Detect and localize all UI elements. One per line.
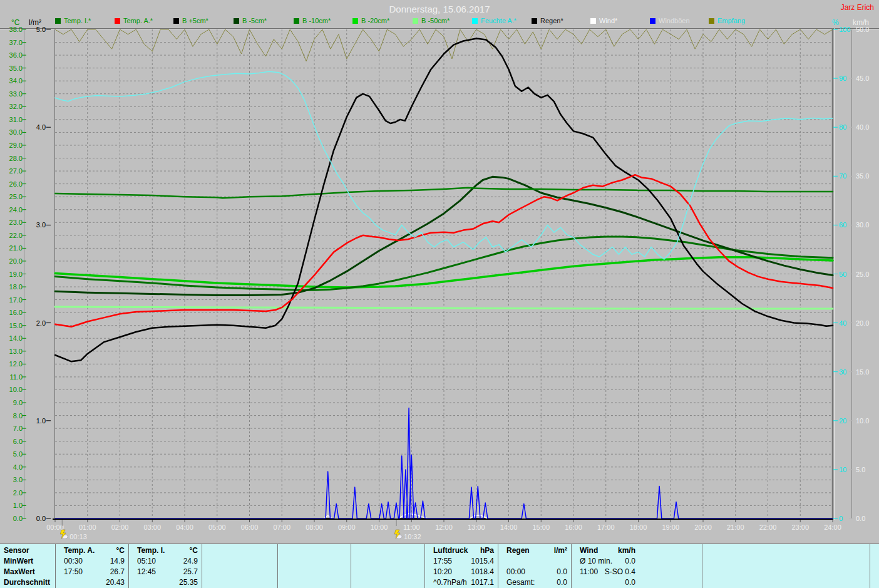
svg-text:70: 70 [839,172,846,180]
svg-text:23.0: 23.0 [9,219,23,226]
table-cell: 20.43 [59,577,125,587]
gridlines [55,29,833,518]
svg-text:35.0: 35.0 [856,172,869,180]
legend-swatch-wind [590,18,596,24]
table-separator [351,544,351,588]
svg-text:0: 0 [839,515,843,522]
legend-label: B -50cm* [421,17,450,24]
svg-text:60: 60 [839,221,846,229]
table-separator [571,544,572,588]
svg-text:16:00: 16:00 [565,524,582,531]
svg-text:10: 10 [839,466,846,473]
svg-text:15:00: 15:00 [532,524,550,531]
table-cell: 0.0 [501,577,567,587]
table-header-cell: Durchschnitt [4,577,54,587]
table-separator [702,544,702,588]
svg-text:15.0: 15.0 [9,322,23,329]
table-cell: 14.9 [59,556,125,566]
stats-table: SensorMinWertMaxWertDurchschnittTemp. A.… [0,544,879,588]
svg-text:28.0: 28.0 [9,155,23,162]
legend-swatch-regen [532,18,537,24]
svg-text:10:00: 10:00 [371,524,388,531]
table-cell: 0.0 [575,556,635,566]
svg-text:90: 90 [839,75,846,82]
svg-text:37.0: 37.0 [9,39,23,46]
svg-text:3.0: 3.0 [36,221,46,229]
legend-label: Temp. A.* [123,17,153,24]
table-header-cell: km/h [575,545,635,555]
table-separator [55,544,56,588]
svg-text:10.0: 10.0 [856,417,869,425]
svg-text:30: 30 [839,368,846,376]
table-header-cell: °C [132,545,198,555]
svg-text:14:00: 14:00 [500,524,518,531]
table-header-cell: °C [59,545,125,555]
svg-text:50: 50 [839,271,846,278]
legend-label: Wind* [599,17,617,24]
legend-item-temp_i: Temp. I.* [55,17,91,26]
svg-text:03:00: 03:00 [143,524,161,531]
table-header-cell: MinWert [4,556,54,566]
table-cell: 26.7 [59,567,125,577]
svg-text:25.0: 25.0 [9,193,23,200]
svg-text:9.0: 9.0 [13,399,23,406]
svg-text:13.0: 13.0 [9,348,23,355]
axis-humidity: 0102030405060708090100% [832,18,850,522]
legend-item-b50: B -50cm* [413,17,450,26]
svg-text:1.0: 1.0 [36,417,46,425]
svg-text:18:00: 18:00 [630,524,647,531]
svg-text:12:00: 12:00 [435,524,453,531]
legend-item-b5m: B -5cm* [234,17,267,26]
svg-text:40: 40 [839,319,846,327]
legend-item-temp_a: Temp. A.* [115,17,153,26]
legend-label: B -10cm* [302,17,331,24]
table-separator [277,544,278,588]
svg-text:22.0: 22.0 [9,232,23,239]
svg-text:45.0: 45.0 [856,75,869,82]
svg-text:5.0: 5.0 [13,450,23,458]
table-cell: 25.7 [132,567,198,577]
svg-text:01:00: 01:00 [79,524,96,531]
svg-text:26.0: 26.0 [9,180,23,188]
svg-text:0.0: 0.0 [856,515,865,522]
legend-swatch-windboeen [650,18,655,24]
series-b50 [55,307,833,309]
svg-text:23:00: 23:00 [791,524,809,531]
legend-swatch-temp_i [55,18,61,24]
legend-item-wind: Wind* [590,17,617,26]
table-cell: 24.9 [132,556,198,566]
svg-text:06:00: 06:00 [241,524,259,531]
svg-text:20.0: 20.0 [9,257,23,265]
svg-text:8.0: 8.0 [13,412,23,420]
svg-text:20: 20 [839,417,846,425]
legend-swatch-empfang [709,18,714,24]
svg-text:18.0: 18.0 [9,283,23,291]
weather-chart-window: Donnerstag, 15.06.2017 Jarz Erich 0.01.0… [0,0,879,588]
svg-text:00:13: 00:13 [69,533,87,540]
legend-swatch-b5m [234,18,239,24]
svg-text:21.0: 21.0 [9,244,23,252]
legend-item-b20: B -20cm* [352,17,389,26]
legend-label: Feuchte A.* [481,17,517,24]
table-separator [128,544,129,588]
axis-time: 00:0001:0002:0003:0004:0005:0006:0007:00… [46,519,841,531]
svg-text:19:00: 19:00 [662,524,679,531]
svg-text:19.0: 19.0 [9,271,23,278]
legend-label: Temp. I.* [64,17,91,24]
svg-text:31.0: 31.0 [9,116,23,123]
svg-text:36.0: 36.0 [9,51,23,59]
svg-text:2.0: 2.0 [13,489,23,497]
legend-item-windboeen: Windböen [650,17,690,26]
svg-text:80: 80 [839,123,846,131]
svg-text:7.0: 7.0 [13,425,23,432]
legend-label: B -5cm* [242,17,267,24]
svg-text:07:00: 07:00 [273,524,290,531]
svg-text:24:00: 24:00 [824,524,841,531]
table-separator [870,544,870,588]
svg-text:27.0: 27.0 [9,167,23,175]
legend-swatch-b10 [294,18,299,24]
legend-label: Empfang [717,17,745,24]
svg-text:21:00: 21:00 [727,524,744,531]
legend-swatch-temp_a [115,18,120,24]
svg-text:10:32: 10:32 [404,533,421,540]
